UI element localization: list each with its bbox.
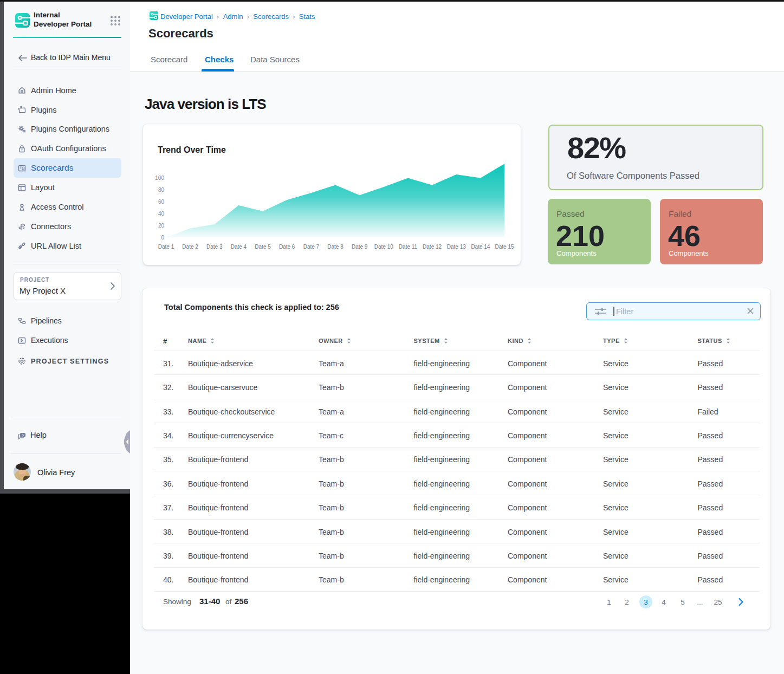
svg-text:Date 1: Date 1	[158, 244, 174, 250]
svg-text:20: 20	[158, 223, 165, 229]
svg-text:Date 5: Date 5	[255, 244, 271, 250]
svg-text:60: 60	[158, 199, 165, 205]
svg-text:Date 15: Date 15	[495, 244, 514, 250]
svg-text:100: 100	[155, 175, 164, 181]
svg-text:0: 0	[161, 235, 164, 241]
svg-text:40: 40	[158, 211, 165, 217]
svg-text:80: 80	[158, 187, 165, 193]
svg-text:Date 12: Date 12	[423, 244, 442, 250]
svg-text:Date 9: Date 9	[352, 244, 368, 250]
svg-text:Date 11: Date 11	[399, 244, 418, 250]
svg-text:Date 8: Date 8	[327, 244, 344, 250]
svg-text:Date 3: Date 3	[206, 244, 223, 250]
svg-text:Date 7: Date 7	[303, 244, 320, 250]
svg-text:Date 14: Date 14	[471, 244, 490, 250]
svg-text:?: ?	[22, 434, 24, 437]
svg-text:Date 6: Date 6	[279, 244, 295, 250]
svg-text:Date 10: Date 10	[374, 244, 393, 250]
svg-text:Date 13: Date 13	[447, 244, 466, 250]
svg-text:Date 4: Date 4	[231, 244, 247, 250]
svg-text:Date 2: Date 2	[182, 244, 198, 250]
